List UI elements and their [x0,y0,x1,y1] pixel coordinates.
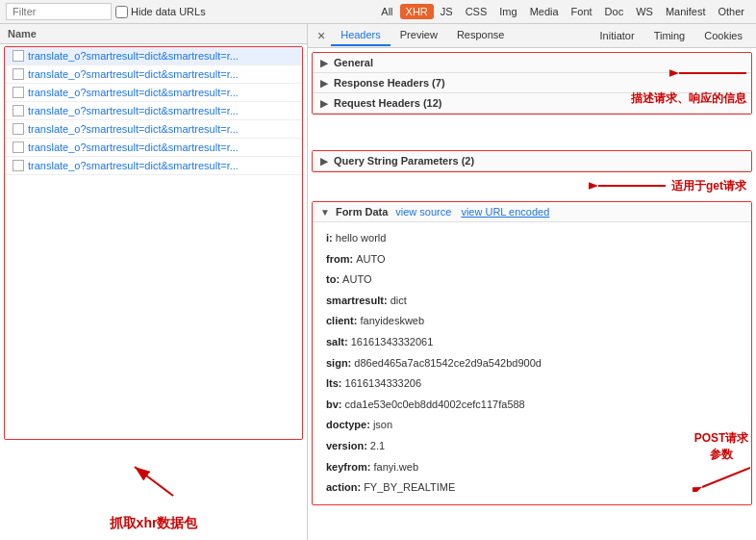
type-tab-media[interactable]: Media [524,4,565,19]
form-row: smartresult: dict [326,291,738,312]
item-checkbox[interactable] [13,141,24,153]
item-checkbox[interactable] [13,123,24,135]
annotation-arrow-xhr [115,457,192,505]
item-checkbox[interactable] [13,105,24,116]
form-data-content: i: hello worldfrom: AUTOto: AUTOsmartres… [313,222,751,504]
form-row: version: 2.1 [326,436,738,457]
form-data-outline: ▼ Form Data view source view URL encoded… [312,201,752,505]
section-query-title: Query String Parameters (2) [334,155,474,167]
form-row: from: AUTO [326,249,738,270]
form-key: lts: [326,377,345,389]
item-checkbox[interactable] [13,87,24,98]
right-content: ▶ General ▶ Response Headers (7) ▶ Reque… [308,48,756,540]
form-value: fanyideskweb [360,315,424,326]
form-value: FY_BY_REALTIME [364,481,455,493]
form-key: from: [326,253,356,265]
type-tab-css[interactable]: CSS [460,4,493,19]
section-request-headers[interactable]: ▶ Request Headers (12) [313,93,751,114]
section-general[interactable]: ▶ General [313,53,751,73]
form-row: sign: d86ed465a7ac81542ce2d9a542bd900d [326,353,738,374]
query-string-outline: ▶ Query String Parameters (2) [312,150,752,172]
view-source-link[interactable]: view source [395,206,451,218]
right-tab-preview[interactable]: Preview [391,25,447,46]
item-url: translate_o?smartresult=dict&smartresult… [28,68,239,80]
type-tab-js[interactable]: JS [435,4,459,19]
extra-tab-cookies[interactable]: Cookies [694,26,752,45]
form-key: salt: [326,336,351,347]
type-tab-doc[interactable]: Doc [599,4,630,19]
right-tab-response[interactable]: Response [447,25,515,46]
form-row: salt: 16161343332061 [326,332,738,353]
form-value: d86ed465a7ac81542ce2d9a542bd900d [354,357,542,369]
annotation-query-area: 适用于get请求 [308,174,756,197]
form-data-title: Form Data [336,206,388,218]
type-tab-font[interactable]: Font [566,4,598,19]
item-url: translate_o?smartresult=dict&smartresult… [28,160,239,171]
network-list-item[interactable]: translate_o?smartresult=dict&smartresult… [5,120,302,139]
form-value: 16161343332061 [351,336,434,347]
form-row: i: hello world [326,228,738,249]
form-key: sign: [326,357,354,369]
network-list-item[interactable]: translate_o?smartresult=dict&smartresult… [5,139,302,157]
form-value: fanyi.web [374,461,418,473]
network-list-header: Name [0,24,307,44]
form-value: cda1e53e0c0eb8dd4002cefc117fa588 [345,399,525,410]
item-checkbox[interactable] [13,50,24,62]
network-list-item[interactable]: translate_o?smartresult=dict&smartresult… [5,102,302,120]
right-tab-headers[interactable]: Headers [331,25,391,46]
main-area: Name translate_o?smartresult=dict&smartr… [0,24,756,540]
form-key: i: [326,232,336,244]
right-main-tabs: HeadersPreviewResponse [331,25,514,46]
section-general-arrow: ▶ [320,58,328,68]
hide-data-urls-label[interactable]: Hide data URLs [115,6,206,18]
extra-tab-initiator[interactable]: Initiator [591,26,644,45]
type-tab-xhr[interactable]: XHR [400,4,434,19]
right-panel: × HeadersPreviewResponse InitiatorTiming… [308,24,756,540]
svg-line-1 [135,467,173,496]
network-list-item[interactable]: translate_o?smartresult=dict&smartresult… [5,47,302,65]
form-row: client: fanyideskweb [326,311,738,332]
network-list-panel: Name translate_o?smartresult=dict&smartr… [0,24,308,540]
form-value: 2.1 [370,440,385,451]
hide-data-urls-checkbox[interactable] [115,6,128,18]
filter-input[interactable] [6,3,112,20]
view-url-encoded-link[interactable]: view URL encoded [461,206,549,218]
section-request-arrow: ▶ [320,98,328,109]
form-key: client: [326,315,360,326]
annotation-arrow-query [589,174,666,197]
section-request-title: Request Headers (12) [334,97,442,109]
section-query-arrow: ▶ [320,156,328,167]
section-response-headers[interactable]: ▶ Response Headers (7) [313,73,751,93]
network-list-item[interactable]: translate_o?smartresult=dict&smartresult… [5,65,302,84]
form-key: doctype: [326,419,373,430]
item-checkbox[interactable] [13,160,24,171]
form-data-expand-arrow[interactable]: ▼ [320,207,330,218]
form-key: to: [326,273,342,285]
form-key: bv: [326,399,345,410]
network-list-item[interactable]: translate_o?smartresult=dict&smartresult… [5,84,302,102]
item-url: translate_o?smartresult=dict&smartresult… [28,123,239,135]
extra-tab-timing[interactable]: Timing [644,26,695,45]
type-tab-other[interactable]: Other [712,4,750,19]
item-checkbox[interactable] [13,68,24,80]
section-response-title: Response Headers (7) [334,77,445,89]
item-url: translate_o?smartresult=dict&smartresult… [28,87,239,98]
section-query-string[interactable]: ▶ Query String Parameters (2) [313,151,751,171]
form-value: AUTO [342,273,371,285]
form-row: to: AUTO [326,270,738,291]
form-key: smartresult: [326,295,391,306]
network-list[interactable]: translate_o?smartresult=dict&smartresult… [4,46,303,440]
right-extra-tabs: InitiatorTimingCookies [591,26,752,45]
right-tabs-bar: × HeadersPreviewResponse InitiatorTiming… [308,24,756,48]
type-tab-img[interactable]: Img [493,4,522,19]
item-url: translate_o?smartresult=dict&smartresult… [28,105,239,116]
network-list-item[interactable]: translate_o?smartresult=dict&smartresult… [5,157,302,175]
type-tab-all[interactable]: All [375,4,398,19]
annotation-query-label: 适用于get请求 [671,178,746,194]
form-key: version: [326,440,370,451]
type-tab-ws[interactable]: WS [630,4,659,19]
section-general-title: General [334,57,373,68]
close-button[interactable]: × [312,24,331,47]
type-tab-manifest[interactable]: Manifest [660,4,712,19]
form-value: dict [391,295,407,306]
